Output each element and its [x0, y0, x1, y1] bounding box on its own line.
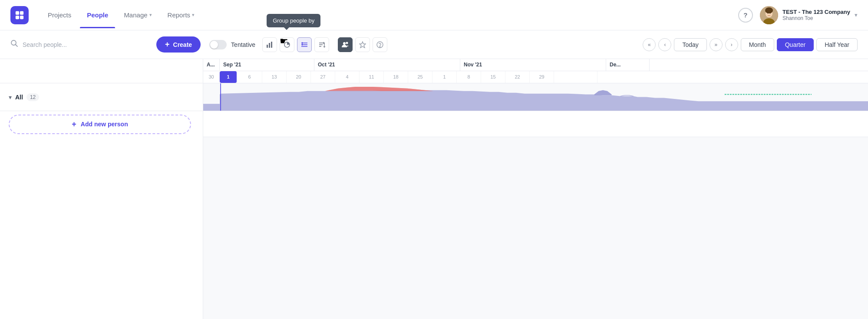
- day-nov1: 1: [432, 71, 457, 83]
- tentative-label: Tentative: [231, 41, 255, 48]
- main-area: ▾ All 12 + Add new person A... Sep '21 O…: [0, 59, 868, 319]
- day-27: 27: [311, 71, 335, 83]
- user-info: TEST - The 123 Company Shannon Toe: [782, 9, 850, 21]
- add-person-timeline-row: [203, 111, 868, 137]
- day-13: 13: [262, 71, 287, 83]
- help-button[interactable]: ?: [738, 8, 753, 23]
- svg-rect-14: [269, 43, 270, 48]
- add-plus-icon: +: [72, 120, 76, 129]
- nav-right: ? TEST: [738, 6, 858, 24]
- timeline-header: A... Sep '21 Oct '21 Nov '21 De... 30 1 …: [203, 59, 868, 83]
- svg-point-26: [343, 42, 346, 45]
- reports-chevron-icon: ▾: [192, 12, 195, 18]
- svg-point-30: [380, 46, 380, 47]
- day-6: 6: [237, 71, 262, 83]
- search-input[interactable]: [23, 41, 118, 48]
- app-logo[interactable]: [10, 6, 29, 24]
- prev-button[interactable]: ‹: [658, 38, 671, 51]
- avatar: [760, 6, 778, 24]
- help-icon: ?: [743, 11, 747, 19]
- svg-rect-1: [20, 11, 23, 14]
- svg-rect-13: [267, 45, 268, 48]
- toolbar-bar: + Create Tentative Group people by: [0, 30, 868, 59]
- all-count-badge: 12: [26, 93, 39, 101]
- tentative-toggle-area: Tentative: [209, 40, 255, 49]
- nav-reports[interactable]: Reports ▾: [161, 8, 202, 22]
- all-row-left: ▾ All 12: [9, 93, 203, 101]
- tentative-toggle[interactable]: [209, 40, 227, 49]
- search-area: [10, 39, 149, 49]
- add-person-button[interactable]: + Add new person: [9, 115, 191, 134]
- all-section-row: ▾ All 12: [0, 83, 203, 111]
- month-cell-sep: Sep '21: [220, 59, 314, 71]
- toolbar-icon-group: Group people by: [262, 37, 329, 52]
- left-panel: ▾ All 12 + Add new person: [0, 59, 203, 319]
- day-11: 11: [360, 71, 384, 83]
- day-1-today: 1: [220, 71, 237, 83]
- svg-rect-0: [16, 11, 19, 14]
- empty-timeline: [203, 137, 868, 319]
- days-row: 30 1 6 13 20 27 4 11 18 25 1 8 15 22 29: [203, 71, 868, 83]
- capacity-chart: [203, 83, 868, 111]
- user-menu[interactable]: TEST - The 123 Company Shannon Toe ▾: [760, 6, 858, 24]
- user-company: TEST - The 123 Company: [782, 9, 850, 15]
- day-4: 4: [335, 71, 360, 83]
- group-icons: [338, 37, 387, 52]
- nav-projects[interactable]: Projects: [41, 8, 78, 22]
- search-icon: [10, 39, 18, 49]
- toggle-view-button[interactable]: [280, 37, 294, 52]
- create-button[interactable]: + Create: [156, 36, 201, 53]
- next-double-button[interactable]: »: [710, 38, 723, 51]
- nav-manage[interactable]: Manage ▾: [117, 8, 158, 22]
- star-button[interactable]: [355, 37, 370, 52]
- top-navigation: Projects People Manage ▾ Reports ▾ ?: [0, 0, 868, 30]
- nav-people[interactable]: People: [80, 8, 115, 22]
- quarter-view-button[interactable]: Quarter: [777, 38, 814, 51]
- bar-chart-view-button[interactable]: [262, 37, 277, 52]
- create-plus-icon: +: [165, 40, 170, 49]
- avatar-image: [760, 6, 778, 24]
- add-person-label: Add new person: [81, 121, 128, 128]
- month-cell-oct: Oct '21: [314, 59, 460, 71]
- all-label: All: [15, 94, 23, 101]
- prev-double-button[interactable]: «: [643, 38, 656, 51]
- month-cell-nov: Nov '21: [460, 59, 606, 71]
- day-8: 8: [457, 71, 481, 83]
- day-20: 20: [287, 71, 311, 83]
- left-header: [0, 59, 203, 83]
- nav-right-controls: « ‹ Today » › Month Quarter Half Year: [643, 38, 858, 51]
- half-year-view-button[interactable]: Half Year: [816, 38, 858, 51]
- day-22: 22: [505, 71, 530, 83]
- user-name: Shannon Toe: [782, 15, 850, 21]
- svg-rect-2: [16, 15, 19, 19]
- day-18: 18: [384, 71, 408, 83]
- svg-marker-28: [360, 42, 366, 48]
- next-button[interactable]: ›: [725, 38, 738, 51]
- day-extra: [554, 71, 597, 83]
- toggle-thumb: [210, 41, 218, 49]
- right-timeline: A... Sep '21 Oct '21 Nov '21 De... 30 1 …: [203, 59, 868, 319]
- svg-point-10: [765, 7, 773, 13]
- list-view-button[interactable]: [297, 37, 312, 52]
- user-dropdown-arrow-icon: ▾: [855, 12, 858, 18]
- add-person-row: + Add new person: [0, 111, 203, 137]
- sort-button[interactable]: [314, 37, 329, 52]
- group-people-button[interactable]: [338, 37, 353, 52]
- month-view-button[interactable]: Month: [741, 38, 774, 51]
- month-cell-dec: De...: [606, 59, 650, 71]
- day-15: 15: [481, 71, 505, 83]
- nav-links: Projects People Manage ▾ Reports ▾: [41, 8, 738, 22]
- chart-area: [203, 83, 868, 111]
- day-29: 29: [530, 71, 554, 83]
- svg-point-27: [346, 42, 348, 44]
- month-cell-aug: A...: [203, 59, 220, 71]
- month-row: A... Sep '21 Oct '21 Nov '21 De...: [203, 59, 868, 71]
- today-button[interactable]: Today: [674, 38, 706, 51]
- create-label: Create: [173, 41, 192, 48]
- question-button[interactable]: [373, 37, 387, 52]
- svg-rect-3: [20, 15, 23, 19]
- day-25: 25: [408, 71, 432, 83]
- day-30: 30: [203, 71, 220, 83]
- svg-line-12: [16, 45, 18, 47]
- all-collapse-button[interactable]: ▾: [9, 94, 12, 101]
